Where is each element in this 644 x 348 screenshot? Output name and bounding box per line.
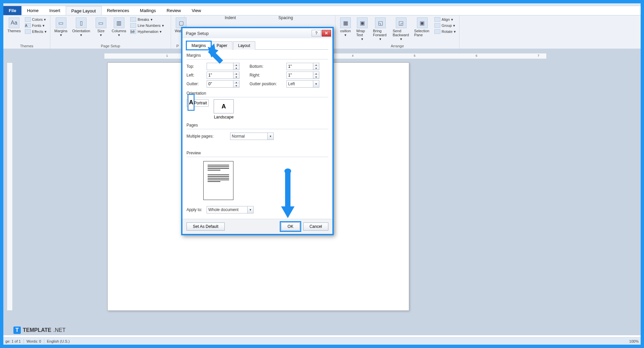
input-bottom[interactable] bbox=[286, 63, 313, 70]
colors-icon bbox=[25, 17, 31, 22]
portrait-icon: A bbox=[188, 95, 194, 110]
group-arrange-label: Arrange bbox=[338, 43, 457, 49]
spin-left: ▲▼ bbox=[207, 71, 239, 79]
spin-left-up[interactable]: ▲ bbox=[233, 72, 239, 75]
size-button[interactable]: ▭Size ▾ bbox=[94, 17, 108, 38]
send-backward-button[interactable]: ◲Send Backward ▾ bbox=[391, 17, 411, 42]
pages-fieldset: Multiple pages: Normal ▼ bbox=[186, 129, 328, 140]
breaks-button[interactable]: Breaks ▾ bbox=[129, 17, 164, 22]
status-page[interactable]: ge: 1 of 1 bbox=[5, 339, 21, 343]
dialog-title-bar[interactable]: Page Setup ? ✕ bbox=[182, 28, 332, 38]
rotate-icon bbox=[434, 29, 440, 34]
template-brand: TEMPLATE bbox=[23, 327, 51, 333]
status-words[interactable]: Words: 0 bbox=[26, 339, 41, 343]
status-language[interactable]: English (U.S.) bbox=[47, 339, 70, 343]
dialog-help-button[interactable]: ? bbox=[312, 30, 321, 37]
spin-right-down[interactable]: ▼ bbox=[313, 75, 319, 79]
themes-icon: Aa bbox=[9, 17, 19, 28]
section-margins-label: Margins bbox=[186, 53, 328, 58]
chevron-down-icon: ▼ bbox=[267, 133, 273, 140]
tab-view[interactable]: View bbox=[186, 6, 206, 15]
input-top[interactable] bbox=[207, 63, 233, 70]
tab-references[interactable]: References bbox=[102, 6, 135, 15]
group-button[interactable]: Group ▾ bbox=[434, 23, 457, 28]
effects-button[interactable]: Effects ▾ bbox=[24, 29, 47, 34]
position-icon: ▦ bbox=[340, 17, 351, 28]
tab-mailings[interactable]: Mailings bbox=[135, 6, 161, 15]
group-page-setup-label: Page Setup bbox=[53, 43, 168, 49]
status-zoom[interactable]: 100% bbox=[629, 339, 639, 343]
dialog-close-button[interactable]: ✕ bbox=[322, 30, 331, 37]
section-pages-label: Pages bbox=[186, 123, 328, 128]
group-themes: Aa Themes Colors ▾ AFonts ▾ Effects ▾ Th… bbox=[3, 15, 50, 49]
label-top: Top: bbox=[186, 64, 207, 69]
align-button[interactable]: Align ▾ bbox=[434, 17, 457, 22]
group-icon bbox=[434, 23, 440, 28]
wrap-text-button[interactable]: ▣Wrap Text ▾ bbox=[355, 17, 370, 42]
label-right: Right: bbox=[250, 73, 286, 78]
orientation-button[interactable]: ▯Orientation ▾ bbox=[71, 17, 92, 38]
template-watermark: T TEMPLATE.NET bbox=[13, 327, 65, 334]
themes-label: Themes bbox=[7, 29, 21, 33]
spin-bottom-down[interactable]: ▼ bbox=[313, 66, 319, 70]
spin-top-up[interactable]: ▲ bbox=[233, 63, 239, 66]
label-gutter: Gutter: bbox=[186, 82, 207, 86]
set-default-button[interactable]: Set As Default bbox=[186, 222, 225, 231]
dialog-tab-margins[interactable]: Margins bbox=[186, 41, 211, 50]
select-gutter-position[interactable]: Left ▼ bbox=[286, 80, 319, 88]
input-left[interactable] bbox=[207, 71, 233, 79]
group-page-setup: ▭Margins ▾ ▯Orientation ▾ ▭Size ▾ ▥Colum… bbox=[50, 15, 171, 49]
ok-button[interactable]: OK bbox=[281, 222, 300, 231]
fonts-icon: A bbox=[25, 23, 31, 28]
ribbon-tabs: File Home Insert Page Layout References … bbox=[3, 6, 641, 15]
spin-right-up[interactable]: ▲ bbox=[313, 72, 319, 75]
section-orientation-label: Orientation bbox=[186, 91, 328, 96]
label-left: Left: bbox=[186, 73, 207, 78]
themes-button[interactable]: Aa Themes bbox=[6, 17, 22, 34]
orientation-portrait[interactable]: A Portrait bbox=[186, 99, 209, 107]
label-bottom: Bottom: bbox=[250, 64, 286, 69]
colors-button[interactable]: Colors ▾ bbox=[24, 17, 47, 22]
spin-right: ▲▼ bbox=[286, 71, 319, 79]
rotate-button[interactable]: Rotate ▾ bbox=[434, 29, 457, 34]
spin-gutter-down[interactable]: ▼ bbox=[233, 84, 239, 87]
columns-button[interactable]: ▥Columns ▾ bbox=[110, 17, 127, 38]
preview-fieldset bbox=[186, 157, 328, 200]
orientation-landscape[interactable]: A Landscape bbox=[213, 99, 235, 119]
columns-icon: ▥ bbox=[114, 17, 124, 28]
bring-forward-button[interactable]: ◱Bring Forward ▾ bbox=[372, 17, 389, 42]
spin-gutter: ▲▼ bbox=[207, 80, 239, 88]
dialog-tab-layout[interactable]: Layout bbox=[233, 41, 255, 50]
dialog-tab-paper[interactable]: Paper bbox=[212, 41, 232, 50]
margins-button[interactable]: ▭Margins ▾ bbox=[53, 17, 69, 38]
tab-file[interactable]: File bbox=[3, 6, 21, 15]
page-setup-dialog: Page Setup ? ✕ Margins Paper Layout Marg… bbox=[181, 27, 334, 235]
line-numbers-button[interactable]: Line Numbers ▾ bbox=[129, 23, 164, 28]
selection-pane-icon: ▣ bbox=[417, 17, 428, 28]
spin-top-down[interactable]: ▼ bbox=[233, 66, 239, 70]
spin-top: ▲▼ bbox=[207, 63, 239, 70]
fonts-button[interactable]: AFonts ▾ bbox=[24, 23, 47, 28]
chevron-down-icon: ▼ bbox=[247, 206, 253, 213]
vertical-ruler[interactable] bbox=[7, 62, 13, 311]
select-multiple-pages[interactable]: Normal ▼ bbox=[230, 133, 274, 140]
spin-bottom-up[interactable]: ▲ bbox=[313, 63, 319, 66]
send-backward-icon: ◲ bbox=[396, 17, 407, 28]
hyphenation-icon: bē bbox=[130, 29, 136, 34]
tab-insert[interactable]: Insert bbox=[44, 6, 66, 15]
selection-pane-button[interactable]: ▣Selection Pane bbox=[413, 17, 432, 38]
cancel-button[interactable]: Cancel bbox=[303, 222, 328, 231]
tab-home[interactable]: Home bbox=[21, 6, 44, 15]
spin-left-down[interactable]: ▼ bbox=[233, 75, 239, 79]
position-button[interactable]: ▦osition ▾ bbox=[338, 17, 353, 38]
align-icon bbox=[434, 17, 440, 22]
indent-header: Indent bbox=[225, 15, 236, 20]
select-apply-to[interactable]: Whole document ▼ bbox=[207, 206, 254, 213]
input-right[interactable] bbox=[286, 71, 313, 79]
hyphenation-button[interactable]: bēHyphenation ▾ bbox=[129, 29, 164, 34]
tab-page-layout[interactable]: Page Layout bbox=[66, 6, 102, 15]
tab-review[interactable]: Review bbox=[161, 6, 186, 15]
orientation-fieldset: A Portrait A Landscape bbox=[186, 97, 328, 119]
spin-gutter-up[interactable]: ▲ bbox=[233, 81, 239, 84]
input-gutter[interactable] bbox=[207, 80, 233, 88]
